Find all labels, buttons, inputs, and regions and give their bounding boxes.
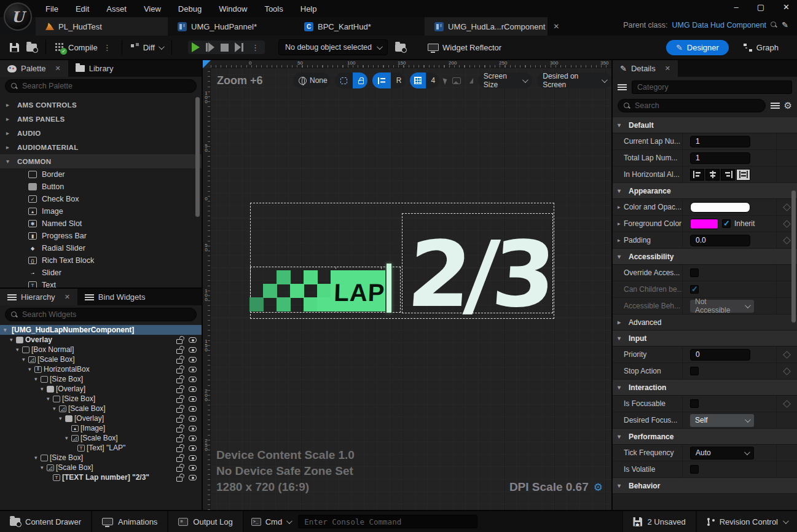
dashed-outline-toggle[interactable] xyxy=(335,72,353,88)
designer-mode-button[interactable]: ✎ Designer xyxy=(666,40,729,55)
tree-row-box-normal[interactable]: ▾ [Box Normal] xyxy=(0,345,202,354)
visibility-icon[interactable] xyxy=(189,396,197,402)
tree-row-text-lap[interactable]: T [Text] "LAP" xyxy=(0,443,202,453)
palette-search-input[interactable] xyxy=(22,82,190,90)
lock-icon[interactable] xyxy=(176,339,183,344)
palette-item-radialslider[interactable]: ◆Radial Slider xyxy=(0,242,202,254)
tab-library[interactable]: Library xyxy=(68,60,121,77)
play-button[interactable] xyxy=(192,42,200,52)
category-audio[interactable]: ▸ AUDIO xyxy=(0,126,202,140)
section-input[interactable]: ▾Input xyxy=(613,331,797,346)
tab-close-icon[interactable]: ✕ xyxy=(553,22,559,31)
tree-row-overlay2[interactable]: ▾ [Overlay] xyxy=(0,384,202,394)
cursor-tool-icon[interactable] xyxy=(442,77,448,84)
tree-row-image[interactable]: ▴ [Image] xyxy=(0,423,202,433)
expand-icon[interactable]: ▸ xyxy=(618,237,624,243)
palette-scrollbar[interactable] xyxy=(195,97,200,217)
visibility-icon[interactable] xyxy=(189,357,197,362)
widget-reflector-button[interactable]: Widget Reflector xyxy=(424,41,505,55)
category-common[interactable]: ▾ COMMON xyxy=(0,154,202,168)
current-lap-input[interactable] xyxy=(690,136,750,147)
visibility-icon[interactable] xyxy=(189,337,197,343)
palette-item-slider[interactable]: -•Slider xyxy=(0,267,202,279)
lock-icon[interactable] xyxy=(176,437,183,442)
lock-icon[interactable] xyxy=(176,349,183,354)
lock-icon[interactable] xyxy=(176,388,183,393)
foreground-color-swatch[interactable] xyxy=(690,219,718,229)
section-appearance[interactable]: ▾Appearance xyxy=(613,183,797,199)
save-button[interactable] xyxy=(6,41,23,55)
search-icon[interactable] xyxy=(771,22,777,28)
section-accessibility[interactable]: ▾Accessibility xyxy=(613,249,797,265)
section-default[interactable]: ▾Default xyxy=(613,117,797,133)
tree-row-overlay3[interactable]: ▾ [Overlay] xyxy=(0,413,202,423)
preview-background-icon[interactable] xyxy=(452,77,461,84)
grid-snap-toggle[interactable] xyxy=(410,72,426,88)
expand-icon[interactable]: ▸ xyxy=(618,221,624,227)
category-input[interactable] xyxy=(637,83,787,92)
display-filter-icon[interactable] xyxy=(771,102,779,109)
expand-icon[interactable]: ▸ xyxy=(618,204,624,210)
tab-hierarchy[interactable]: Hierarchy ✕ xyxy=(0,289,77,305)
menu-tools[interactable]: Tools xyxy=(256,1,291,17)
reset-to-default-icon[interactable] xyxy=(783,351,791,359)
section-interaction[interactable]: ▾Interaction xyxy=(613,380,797,396)
palette-item-border[interactable]: Border xyxy=(0,168,202,181)
lock-icon[interactable] xyxy=(176,477,183,482)
visibility-icon[interactable] xyxy=(189,455,197,461)
diff-button[interactable]: Diff xyxy=(127,41,167,55)
tree-row-root[interactable]: ▾ [UMG_HudLapNumberComponent] xyxy=(0,325,202,335)
visibility-icon[interactable] xyxy=(189,406,197,412)
output-log-button[interactable]: ≡ Output Log xyxy=(168,511,243,532)
gear-icon[interactable]: ⚙ xyxy=(594,481,603,494)
close-icon[interactable]: ✕ xyxy=(55,65,60,72)
palette-item-checkbox[interactable]: ✓Check Box xyxy=(0,193,202,205)
hierarchy-search-input[interactable] xyxy=(22,310,190,319)
hierarchy-search[interactable] xyxy=(5,308,197,321)
unreal-logo-icon[interactable]: U xyxy=(4,2,32,31)
lock-icon[interactable] xyxy=(176,378,183,383)
close-icon[interactable]: ✕ xyxy=(65,293,70,301)
menu-debug[interactable]: Debug xyxy=(170,1,210,17)
palette-item-button[interactable]: Button xyxy=(0,181,202,193)
visibility-icon[interactable] xyxy=(189,426,197,431)
settings-gear-icon[interactable]: ⚙ xyxy=(784,100,792,111)
padding-input[interactable] xyxy=(690,235,750,246)
category-audiomaterial[interactable]: ▸ AUDIOMATERIAL xyxy=(0,140,202,154)
align-left-button[interactable] xyxy=(690,169,704,181)
section-performance[interactable]: ▾Performance xyxy=(613,429,797,445)
debug-object-dropdown[interactable]: No debug object selected xyxy=(278,39,388,55)
palette-search[interactable] xyxy=(5,79,197,93)
revision-control-button[interactable]: Revision Control xyxy=(697,511,797,532)
details-search-input[interactable] xyxy=(635,101,760,110)
stop-action-checkbox[interactable] xyxy=(690,367,699,375)
is-volatile-checkbox[interactable] xyxy=(690,465,699,474)
palette-item-text[interactable]: TText xyxy=(0,279,202,288)
override-accessible-checkbox[interactable] xyxy=(690,268,699,277)
close-button[interactable]: ✕ xyxy=(783,2,790,12)
compile-button[interactable]: Compile ⋮ xyxy=(51,40,117,55)
tree-row-horizontalbox[interactable]: ▾⫴ HorizontalBox xyxy=(0,364,202,374)
play-options-icon[interactable]: ⋮ xyxy=(249,43,261,52)
palette-item-namedslot[interactable]: ✱Named Slot xyxy=(0,217,202,230)
cmd-dropdown[interactable]: >_ Cmd xyxy=(244,511,298,532)
localization-preview-button[interactable]: None xyxy=(293,72,330,88)
tree-row-text-lap-number[interactable]: T [TEXT Lap number] "2/3" xyxy=(0,472,202,482)
reset-to-default-icon[interactable] xyxy=(783,220,791,228)
tab-umg-hudlapnumbercomponent[interactable]: UMG_HudLa...rComponent ✕ xyxy=(425,17,548,36)
lock-icon[interactable] xyxy=(176,418,183,423)
menu-edit[interactable]: Edit xyxy=(67,1,98,17)
browse-debug-button[interactable] xyxy=(391,41,409,54)
grid-snap-size[interactable]: 4 xyxy=(426,72,439,88)
visibility-icon[interactable] xyxy=(189,377,197,382)
tree-row-scale-box[interactable]: ▾◿ [Scale Box] xyxy=(0,354,202,364)
details-scrollbar[interactable] xyxy=(791,190,796,323)
fill-rule-dropdown[interactable]: Desired on Screen xyxy=(537,72,611,88)
frame-skip-button[interactable] xyxy=(206,42,214,52)
tick-frequency-dropdown[interactable]: Auto xyxy=(690,447,754,460)
lock-icon[interactable] xyxy=(176,428,183,432)
section-advanced[interactable]: ▸Advanced xyxy=(613,315,797,331)
lock-icon[interactable] xyxy=(176,369,183,374)
inherit-checkbox[interactable] xyxy=(722,219,731,228)
align-fill-button[interactable] xyxy=(736,169,750,181)
